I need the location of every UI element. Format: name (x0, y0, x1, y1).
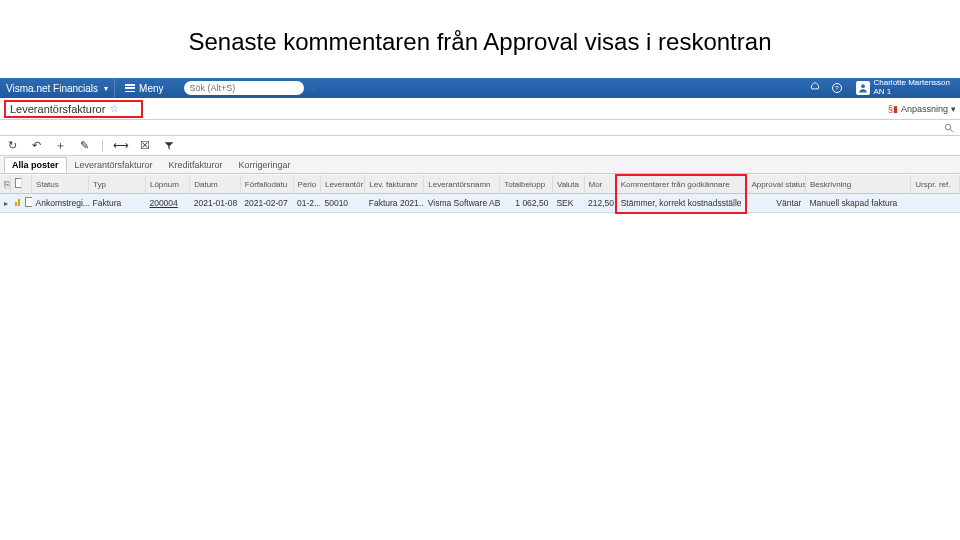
tab-kreditfakturor[interactable]: Kreditfakturor (161, 157, 231, 173)
toolbar-separator (102, 140, 103, 152)
col-note[interactable] (21, 175, 32, 194)
cell-mor: 212,50 (584, 194, 616, 213)
search-input[interactable] (190, 83, 302, 93)
chevron-right-icon: ▸ (4, 199, 8, 208)
toolbar: ↻ ↶ ＋ ✎ ⟷ ☒ (0, 136, 960, 156)
col-forfallodatu[interactable]: Förfallodatu (240, 175, 293, 194)
col-datum[interactable]: Datum (190, 175, 241, 194)
cell-datum: 2021-01-08 (190, 194, 241, 213)
svg-line-6 (950, 129, 953, 132)
app-top-bar: Visma.net Financials ▾ Meny ? Charlotte … (0, 78, 960, 98)
chevron-down-icon: ▾ (951, 104, 956, 114)
cell-urspr-ref (911, 194, 960, 213)
col-levfakturanr[interactable]: Lev. fakturanr (365, 175, 424, 194)
col-kommentarer[interactable]: Kommentarer från godkännare (616, 175, 747, 194)
col-status[interactable]: Status (32, 175, 89, 194)
favorite-star-icon[interactable]: ☆ (110, 103, 119, 114)
cell-approval-status: Väntar (746, 194, 805, 213)
column-width-button[interactable]: ⟷ (115, 139, 127, 152)
filter-search-row (0, 120, 960, 136)
cell-perio: 01-2... (293, 194, 320, 213)
top-right-controls: ? Charlotte Martensson AN 1 (808, 78, 954, 98)
svg-point-5 (945, 124, 951, 130)
col-beskrivning[interactable]: Beskrivning (805, 175, 910, 194)
menu-button[interactable]: Meny (114, 78, 173, 98)
brand-label: Visma.net Financials (6, 83, 98, 94)
grid-header: ⎘ Status Typ Löpnum Datum Förfallodatu P… (0, 175, 960, 194)
refresh-button[interactable]: ↻ (6, 139, 18, 152)
chevron-down-icon: ▾ (104, 84, 108, 93)
row-expand[interactable]: ▸ (0, 194, 11, 213)
invoice-grid: ⎘ Status Typ Löpnum Datum Förfallodatu P… (0, 174, 960, 214)
tab-leverantorsfakturor[interactable]: Leverantörsfakturor (67, 157, 161, 173)
breadcrumb-row: Leverantörsfakturor ☆ §▮ Anpassning ▾ (0, 98, 960, 120)
document-icon (25, 197, 32, 207)
document-icon (15, 178, 21, 188)
col-typ[interactable]: Typ (89, 175, 146, 194)
user-org: AN 1 (874, 88, 950, 97)
hamburger-icon (125, 84, 135, 92)
global-search[interactable] (184, 81, 304, 95)
col-expand[interactable]: ⎘ (0, 175, 11, 194)
col-valuta[interactable]: Valuta (552, 175, 584, 194)
rocket-icon[interactable] (808, 81, 822, 95)
customization-label: Anpassning (901, 104, 948, 114)
user-text: Charlotte Martensson AN 1 (874, 79, 950, 97)
delete-button[interactable]: ☒ (139, 139, 151, 152)
row-doc-icon[interactable] (21, 194, 32, 213)
col-urspr-ref[interactable]: Urspr. ref. (911, 175, 960, 194)
cell-status: Ankomstregi... (32, 194, 89, 213)
col-mor[interactable]: Mor (584, 175, 616, 194)
svg-point-4 (861, 84, 865, 88)
add-button[interactable]: ＋ (54, 138, 66, 153)
cell-leverantor: 50010 (320, 194, 364, 213)
tab-alla-poster[interactable]: Alla poster (4, 157, 67, 173)
tab-korrigeringar[interactable]: Korrigeringar (231, 157, 299, 173)
cell-lopnum[interactable]: 200004 (145, 194, 189, 213)
tools-icon: §▮ (888, 104, 898, 114)
breadcrumb-highlight: Leverantörsfakturor ☆ (4, 100, 143, 118)
col-lopnum[interactable]: Löpnum (145, 175, 189, 194)
svg-text:?: ? (835, 85, 839, 91)
slide-title: Senaste kommentaren från Approval visas … (0, 0, 960, 78)
cell-beskrivning: Manuell skapad faktura (805, 194, 910, 213)
col-doc[interactable] (11, 175, 22, 194)
avatar-icon (856, 81, 870, 95)
row-chart-icon[interactable] (11, 194, 22, 213)
undo-button[interactable]: ↶ (30, 139, 42, 152)
edit-button[interactable]: ✎ (78, 139, 90, 152)
table-row[interactable]: ▸ Ankomstregi... Faktura 200004 2021-01-… (0, 194, 960, 213)
col-perio[interactable]: Perio (293, 175, 320, 194)
col-approval-status[interactable]: Approval status (746, 175, 805, 194)
filter-button[interactable] (163, 141, 175, 151)
svg-point-0 (307, 84, 313, 90)
cell-levfakturanr: Faktura 2021... (365, 194, 424, 213)
bar-chart-icon (15, 199, 22, 206)
user-menu[interactable]: Charlotte Martensson AN 1 (852, 79, 954, 97)
col-totalbelopp[interactable]: Totalbelopp (500, 175, 553, 194)
cell-valuta: SEK (552, 194, 584, 213)
tabs: Alla poster Leverantörsfakturor Kreditfa… (0, 156, 960, 174)
cell-totalbelopp: 1 062,50 (500, 194, 553, 213)
col-leverantorsnamn[interactable]: Leverantörsnamn (424, 175, 500, 194)
attachment-icon: ⎘ (4, 179, 10, 190)
cell-leverantorsnamn: Visma Software AB (424, 194, 500, 213)
page-title: Leverantörsfakturor (10, 103, 105, 115)
cell-forfallodatu: 2021-02-07 (240, 194, 293, 213)
cell-kommentarer: Stämmer, korrekt kostnadsställe (616, 194, 747, 213)
brand[interactable]: Visma.net Financials ▾ (6, 83, 114, 94)
customization-menu[interactable]: §▮ Anpassning ▾ (888, 104, 956, 114)
col-leverantor[interactable]: Leverantör (320, 175, 364, 194)
help-icon[interactable]: ? (830, 81, 844, 95)
svg-line-1 (312, 89, 315, 92)
search-icon[interactable] (944, 123, 954, 133)
search-icon[interactable] (306, 83, 316, 93)
menu-label: Meny (139, 83, 163, 94)
cell-typ: Faktura (89, 194, 146, 213)
